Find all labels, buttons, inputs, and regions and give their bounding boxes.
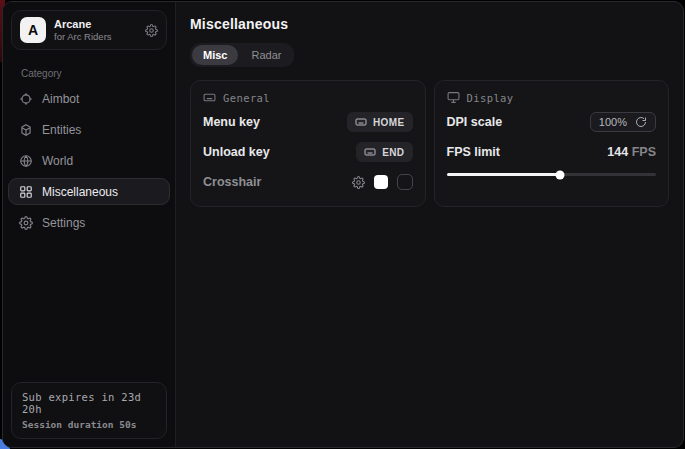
dpi-scale-row: DPI scale 100% bbox=[447, 110, 657, 134]
sidebar-item-label: Settings bbox=[42, 216, 85, 230]
crosshair-checkbox[interactable] bbox=[397, 174, 413, 190]
sub-expiry-text: Sub expires in 23d 20h bbox=[22, 391, 156, 415]
dpi-scale-value: 100% bbox=[599, 116, 627, 128]
brand-title: Arcane bbox=[54, 18, 137, 30]
page-title: Miscellaneous bbox=[190, 16, 669, 32]
globe-icon bbox=[19, 154, 33, 168]
sidebar-item-world[interactable]: World bbox=[8, 147, 170, 174]
crosshair-icon bbox=[19, 92, 33, 106]
unload-key-row: Unload key END bbox=[203, 140, 413, 164]
tab-misc[interactable]: Misc bbox=[192, 45, 238, 65]
display-card: Display DPI scale 100% FPS limit 144 FPS bbox=[434, 80, 670, 207]
fps-limit-row: FPS limit 144 FPS bbox=[447, 140, 657, 164]
display-card-title: Display bbox=[467, 92, 514, 104]
fps-limit-slider[interactable] bbox=[447, 173, 657, 176]
general-card: General Menu key HOME Unload key bbox=[190, 80, 426, 207]
category-label: Category bbox=[21, 68, 175, 79]
crosshair-label: Crosshair bbox=[203, 175, 261, 189]
sidebar-item-aimbot[interactable]: Aimbot bbox=[8, 85, 170, 112]
menu-key-row: Menu key HOME bbox=[203, 110, 413, 134]
app-window: A Arcane for Arc Riders Category Aimbot bbox=[2, 1, 684, 448]
sidebar: A Arcane for Arc Riders Category Aimbot bbox=[3, 2, 176, 447]
sidebar-item-label: World bbox=[42, 154, 73, 168]
dpi-scale-control[interactable]: 100% bbox=[590, 112, 656, 132]
fps-number: 144 bbox=[607, 145, 628, 159]
brand-text: Arcane for Arc Riders bbox=[54, 18, 137, 42]
menu-key-label: Menu key bbox=[203, 115, 260, 129]
tab-radar[interactable]: Radar bbox=[240, 45, 292, 65]
gear-icon[interactable] bbox=[352, 176, 365, 189]
crosshair-color-swatch[interactable] bbox=[374, 175, 388, 189]
main-panel: Miscellaneous Misc Radar General Menu ke… bbox=[176, 2, 683, 447]
general-card-title: General bbox=[223, 92, 270, 104]
unload-key-button[interactable]: END bbox=[356, 142, 412, 162]
sidebar-item-miscellaneous[interactable]: Miscellaneous bbox=[8, 178, 170, 205]
cards-row: General Menu key HOME Unload key bbox=[190, 80, 669, 207]
fps-slider-fill bbox=[447, 173, 560, 176]
display-card-header: Display bbox=[447, 91, 657, 104]
brand-subtitle: for Arc Riders bbox=[54, 31, 137, 42]
brand-logo: A bbox=[20, 17, 46, 43]
unload-key-value: END bbox=[382, 147, 404, 158]
brand-card: A Arcane for Arc Riders bbox=[11, 10, 167, 50]
entities-icon bbox=[19, 123, 33, 137]
subscription-info-box: Sub expires in 23d 20h Session duration … bbox=[11, 382, 167, 439]
crosshair-controls bbox=[352, 174, 413, 190]
sidebar-item-entities[interactable]: Entities bbox=[8, 116, 170, 143]
menu-key-value: HOME bbox=[373, 117, 405, 128]
refresh-icon[interactable] bbox=[635, 116, 647, 128]
sidebar-item-settings[interactable]: Settings bbox=[8, 209, 170, 236]
sidebar-nav: Aimbot Entities World Miscellaneous bbox=[3, 85, 175, 236]
unload-key-label: Unload key bbox=[203, 145, 270, 159]
menu-key-button[interactable]: HOME bbox=[347, 112, 413, 132]
grid-icon bbox=[19, 185, 33, 199]
gear-icon[interactable] bbox=[145, 24, 158, 37]
keyboard-icon bbox=[364, 146, 376, 158]
monitor-icon bbox=[447, 91, 460, 104]
sidebar-item-label: Miscellaneous bbox=[42, 185, 118, 199]
crosshair-row: Crosshair bbox=[203, 170, 413, 194]
keyboard-icon bbox=[203, 91, 216, 104]
fps-unit: FPS bbox=[632, 145, 656, 159]
general-card-header: General bbox=[203, 91, 413, 104]
fps-slider-thumb[interactable] bbox=[555, 170, 564, 179]
sidebar-item-label: Aimbot bbox=[42, 92, 79, 106]
tab-bar: Misc Radar bbox=[190, 43, 294, 67]
dpi-scale-label: DPI scale bbox=[447, 115, 503, 129]
gear-icon bbox=[19, 216, 33, 230]
session-duration-text: Session duration 50s bbox=[22, 419, 156, 430]
sidebar-item-label: Entities bbox=[42, 123, 81, 137]
fps-limit-value: 144 FPS bbox=[607, 145, 656, 159]
keyboard-icon bbox=[355, 116, 367, 128]
fps-limit-label: FPS limit bbox=[447, 145, 500, 159]
